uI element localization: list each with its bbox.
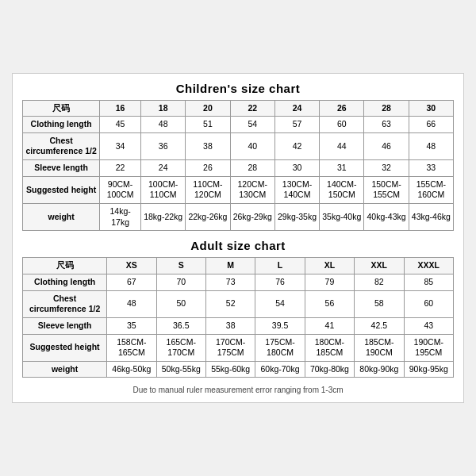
- cell-value: 46kg-50kg: [107, 361, 156, 378]
- cell-value: 48: [409, 132, 453, 159]
- cell-value: 26: [186, 160, 230, 177]
- cell-value: 165CM-170CM: [156, 334, 205, 361]
- cell-value: 22: [100, 160, 141, 177]
- cell-value: 43kg-46kg: [409, 204, 453, 231]
- cell-value: 155CM-160CM: [409, 176, 453, 203]
- column-header: 18: [141, 100, 186, 117]
- adult-chart-title: Adult size chart: [22, 239, 454, 252]
- cell-value: 180CM-185CM: [305, 334, 354, 361]
- cell-value: 63: [364, 117, 409, 133]
- column-header: XXL: [355, 258, 404, 274]
- table-row: Suggested height158CM-165CM165CM-170CM17…: [23, 334, 454, 361]
- cell-value: 79: [305, 274, 354, 290]
- cell-value: 44: [320, 132, 364, 159]
- cell-value: 35: [107, 317, 156, 334]
- cell-value: 40: [230, 132, 274, 159]
- column-header: L: [255, 258, 305, 274]
- cell-value: 158CM-165CM: [107, 334, 156, 361]
- table-row: Sleeve length2224262830313233: [23, 160, 454, 177]
- column-header: XS: [107, 258, 156, 274]
- row-label: weight: [23, 204, 100, 231]
- cell-value: 120CM-130CM: [230, 176, 274, 203]
- row-label: Sleeve length: [23, 317, 107, 334]
- cell-value: 34: [100, 132, 141, 159]
- cell-value: 190CM-195CM: [404, 334, 453, 361]
- cell-value: 130CM-140CM: [274, 176, 319, 203]
- column-header: XXXL: [404, 258, 453, 274]
- cell-value: 41: [305, 317, 354, 334]
- table-row: weight46kg-50kg50kg-55kg55kg-60kg60kg-70…: [23, 361, 454, 378]
- cell-value: 42: [274, 132, 319, 159]
- column-header: 30: [409, 100, 453, 117]
- row-label: Suggested height: [23, 334, 107, 361]
- cell-value: 57: [274, 117, 319, 133]
- cell-value: 66: [409, 117, 453, 133]
- row-label: Suggested height: [23, 176, 100, 203]
- cell-value: 185CM-190CM: [355, 334, 404, 361]
- note-text: Due to manual ruler measurement error ra…: [22, 386, 454, 394]
- cell-value: 48: [107, 290, 156, 317]
- cell-value: 82: [355, 274, 404, 290]
- cell-value: 110CM-120CM: [186, 176, 230, 203]
- cell-value: 30: [274, 160, 319, 177]
- cell-value: 76: [255, 274, 305, 290]
- row-label: Clothing length: [23, 274, 107, 290]
- column-header: 16: [100, 100, 141, 117]
- cell-value: 80kg-90kg: [355, 361, 404, 378]
- adult-size-table: 尺码XSSMLXLXXLXXXL Clothing length67707376…: [22, 257, 454, 378]
- table-row: Chest circumference 1/23436384042444648: [23, 132, 454, 159]
- cell-value: 24: [141, 160, 186, 177]
- cell-value: 73: [205, 274, 255, 290]
- row-label: weight: [23, 361, 107, 378]
- column-header: 20: [186, 100, 230, 117]
- cell-value: 54: [230, 117, 274, 133]
- column-header: S: [156, 258, 205, 274]
- row-label: Clothing length: [23, 117, 100, 133]
- row-label: Chest circumference 1/2: [23, 290, 107, 317]
- cell-value: 54: [255, 290, 305, 317]
- children-size-table: 尺码1618202224262830 Clothing length454851…: [22, 100, 454, 232]
- size-chart-card: Children's size chart 尺码1618202224262830…: [12, 73, 464, 404]
- cell-value: 35kg-40kg: [320, 204, 364, 231]
- table-row: Clothing length67707376798285: [23, 274, 454, 290]
- column-header: XL: [305, 258, 354, 274]
- cell-value: 175CM-180CM: [255, 334, 305, 361]
- cell-value: 40kg-43kg: [364, 204, 409, 231]
- cell-value: 48: [141, 117, 186, 133]
- cell-value: 56: [305, 290, 354, 317]
- cell-value: 26kg-29kg: [230, 204, 274, 231]
- cell-value: 85: [404, 274, 453, 290]
- cell-value: 42.5: [355, 317, 404, 334]
- cell-value: 50: [156, 290, 205, 317]
- table-row: weight14kg-17kg18kg-22kg22kg-26kg26kg-29…: [23, 204, 454, 231]
- table-row: Suggested height90CM-100CM100CM-110CM110…: [23, 176, 454, 203]
- cell-value: 36: [141, 132, 186, 159]
- cell-value: 51: [186, 117, 230, 133]
- cell-value: 29kg-35kg: [274, 204, 319, 231]
- row-label: Sleeve length: [23, 160, 100, 177]
- column-header: 28: [364, 100, 409, 117]
- cell-value: 55kg-60kg: [205, 361, 255, 378]
- cell-value: 14kg-17kg: [100, 204, 141, 231]
- cell-value: 18kg-22kg: [141, 204, 186, 231]
- cell-value: 58: [355, 290, 404, 317]
- cell-value: 39.5: [255, 317, 305, 334]
- cell-value: 90kg-95kg: [404, 361, 453, 378]
- cell-value: 45: [100, 117, 141, 133]
- cell-value: 33: [409, 160, 453, 177]
- cell-value: 100CM-110CM: [141, 176, 186, 203]
- table-row: Clothing length4548515457606366: [23, 117, 454, 133]
- cell-value: 22kg-26kg: [186, 204, 230, 231]
- table-row: Chest circumference 1/248505254565860: [23, 290, 454, 317]
- cell-value: 60: [404, 290, 453, 317]
- cell-value: 60: [320, 117, 364, 133]
- cell-value: 67: [107, 274, 156, 290]
- table-row: Sleeve length3536.53839.54142.543: [23, 317, 454, 334]
- cell-value: 31: [320, 160, 364, 177]
- cell-value: 43: [404, 317, 453, 334]
- cell-value: 90CM-100CM: [100, 176, 141, 203]
- column-header: 尺码: [23, 100, 100, 117]
- cell-value: 150CM-155CM: [364, 176, 409, 203]
- cell-value: 50kg-55kg: [156, 361, 205, 378]
- cell-value: 28: [230, 160, 274, 177]
